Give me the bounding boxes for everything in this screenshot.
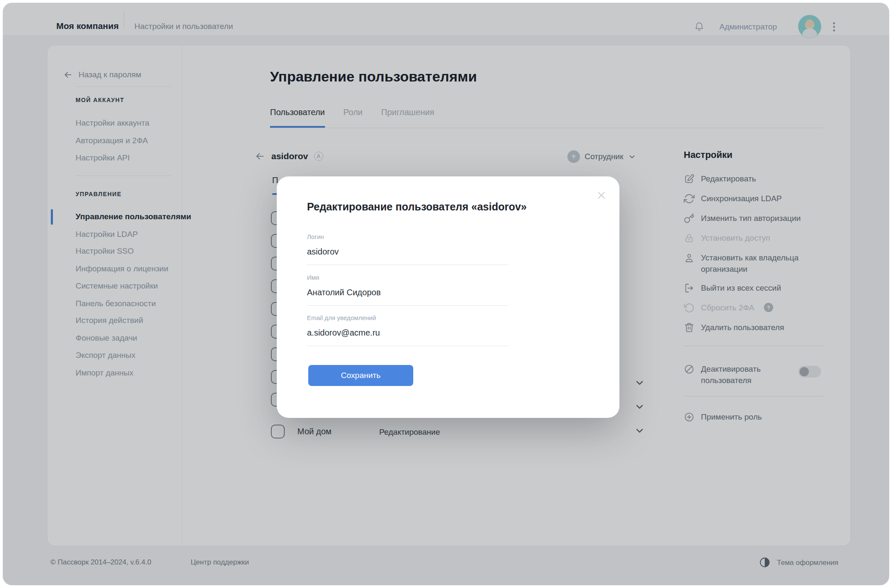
input-underline (307, 305, 509, 306)
login-input[interactable] (307, 247, 509, 261)
name-field-label: Имя (307, 274, 319, 281)
edit-user-modal: Редактирование пользователя «asidorov» Л… (277, 176, 619, 418)
input-underline (307, 265, 509, 265)
input-underline (307, 346, 509, 346)
save-button[interactable]: Сохранить (308, 365, 413, 386)
email-field-label: Email для уведомлений (307, 314, 376, 321)
email-input[interactable] (307, 328, 509, 342)
app-window: Моя компания Настройки и пользователи Ад… (3, 3, 889, 585)
login-field-label: Логин (307, 233, 324, 240)
close-icon[interactable] (594, 188, 609, 202)
modal-title: Редактирование пользователя «asidorov» (307, 201, 527, 213)
name-input[interactable] (307, 288, 509, 302)
